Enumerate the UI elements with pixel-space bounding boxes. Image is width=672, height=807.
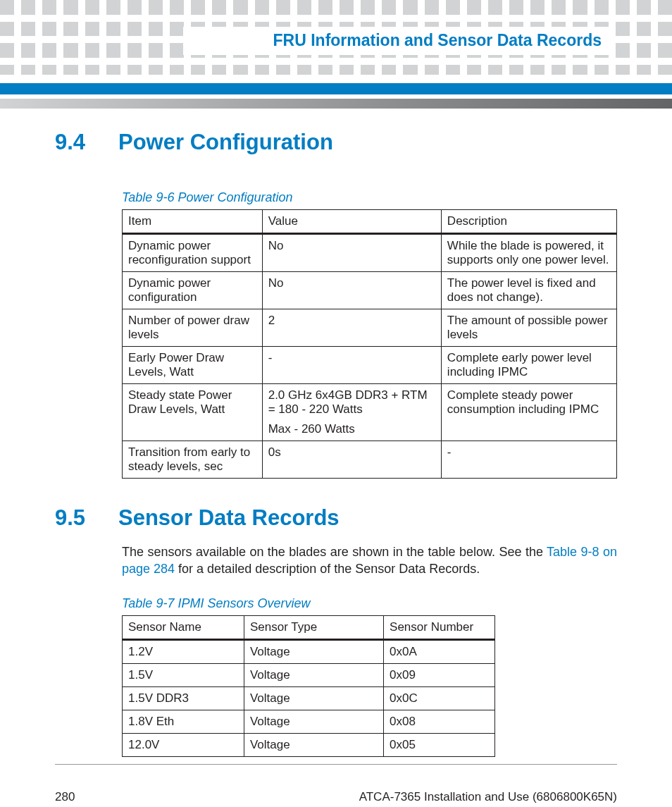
cell: 1.2V	[123, 639, 244, 663]
cell: The power level is fixed and does not ch…	[441, 272, 616, 309]
table-row: 1.2VVoltage0x0A	[123, 639, 495, 663]
col-sensor-type: Sensor Type	[244, 615, 383, 639]
table-row: Dynamic power reconfiguration supportNoW…	[123, 234, 617, 272]
table-row: Transition from early to steady levels, …	[123, 441, 617, 479]
cell: 1.5V DDR3	[123, 686, 244, 710]
cell: Early Power Draw Levels, Watt	[123, 347, 263, 384]
cell: 0x05	[384, 733, 495, 756]
table-row: 1.5VVoltage0x09	[123, 663, 495, 686]
page-header-decor: FRU Information and Sensor Data Records	[0, 0, 672, 75]
cell: No	[262, 272, 441, 309]
table-caption-9-6: Table 9-6 Power Configuration	[122, 190, 617, 205]
cell: Dynamic power configuration	[123, 272, 263, 309]
cell: No	[262, 234, 441, 272]
cell: -	[262, 347, 441, 384]
header-gradient-rule	[0, 99, 672, 109]
cell: Number of power draw levels	[123, 309, 263, 347]
cell: 1.5V	[123, 663, 244, 686]
table-row: 1.5V DDR3Voltage0x0C	[123, 686, 495, 710]
col-sensor-name: Sensor Name	[123, 615, 244, 639]
col-value: Value	[262, 210, 441, 234]
cell: -	[441, 441, 616, 479]
table-caption-9-7: Table 9-7 IPMI Sensors Overview	[122, 596, 617, 611]
page-number: 280	[55, 790, 75, 804]
table-row: Early Power Draw Levels, Watt-Complete e…	[123, 347, 617, 384]
para-text-pre: The sensors available on the blades are …	[122, 545, 547, 559]
cell: While the blade is powered, it supports …	[441, 234, 616, 272]
cell: 0x0A	[384, 639, 495, 663]
cell: Voltage	[244, 733, 383, 756]
cell: Voltage	[244, 686, 383, 710]
cell: Complete steady power consumption includ…	[441, 384, 616, 441]
section-title: Sensor Data Records	[118, 505, 617, 531]
cell: Voltage	[244, 639, 383, 663]
table-row: 12.0VVoltage0x05	[123, 733, 495, 756]
cell: The amount of possible power levels	[441, 309, 616, 347]
cell: 1.8V Eth	[123, 710, 244, 733]
cell: 0x09	[384, 663, 495, 686]
table-power-configuration: Item Value Description Dynamic power rec…	[122, 209, 617, 479]
table-row: Number of power draw levels2The amount o…	[123, 309, 617, 347]
section-heading-power-config: 9.4 Power Configuration	[55, 130, 617, 155]
table-row: 1.8V EthVoltage0x08	[123, 710, 495, 733]
document-id: ATCA-7365 Installation and Use (6806800K…	[359, 790, 617, 804]
col-description: Description	[441, 210, 616, 234]
table-header-row: Item Value Description	[123, 210, 617, 234]
cell: Transition from early to steady levels, …	[123, 441, 263, 479]
table-row: Dynamic power configurationNoThe power l…	[123, 272, 617, 309]
section-title: Power Configuration	[118, 130, 617, 155]
table-header-row: Sensor Name Sensor Type Sensor Number	[123, 615, 495, 639]
section-number: 9.5	[55, 505, 118, 531]
section-intro-paragraph: The sensors available on the blades are …	[122, 543, 617, 578]
col-item: Item	[123, 210, 263, 234]
page-footer: 280 ATCA-7365 Installation and Use (6806…	[0, 790, 672, 804]
cell: Dynamic power reconfiguration support	[123, 234, 263, 272]
footer-rule	[55, 764, 617, 765]
cell: 12.0V	[123, 733, 244, 756]
header-blue-rule	[0, 83, 672, 94]
section-number: 9.4	[55, 130, 118, 155]
cell: 0s	[262, 441, 441, 479]
cell: 2.0 GHz 6x4GB DDR3 + RTM = 180 - 220 Wat…	[262, 384, 441, 441]
cell: 0x0C	[384, 686, 495, 710]
cell: Complete early power level including IPM…	[441, 347, 616, 384]
col-sensor-number: Sensor Number	[384, 615, 495, 639]
running-header-title: FRU Information and Sensor Data Records	[28, 31, 602, 50]
cell: Voltage	[244, 663, 383, 686]
cell: Steady state Power Draw Levels, Watt	[123, 384, 263, 441]
table-row: Steady state Power Draw Levels, Watt2.0 …	[123, 384, 617, 441]
page: FRU Information and Sensor Data Records …	[0, 0, 672, 807]
cell: 2	[262, 309, 441, 347]
para-text-post: for a detailed description of the Sensor…	[175, 562, 480, 576]
section-heading-sensor-data: 9.5 Sensor Data Records	[55, 505, 617, 531]
table-ipmi-sensors: Sensor Name Sensor Type Sensor Number 1.…	[122, 615, 495, 757]
cell: Voltage	[244, 710, 383, 733]
page-content: 9.4 Power Configuration Table 9-6 Power …	[0, 109, 672, 757]
cell: 0x08	[384, 710, 495, 733]
